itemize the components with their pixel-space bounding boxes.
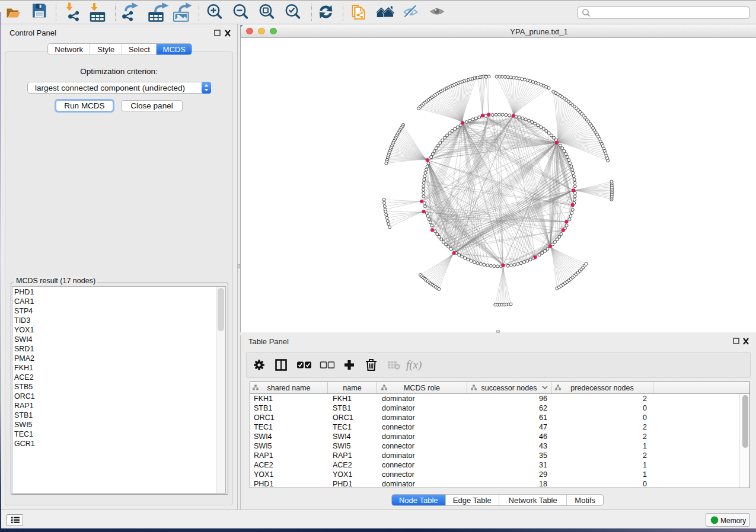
svg-text:f(x): f(x) bbox=[406, 358, 422, 371]
